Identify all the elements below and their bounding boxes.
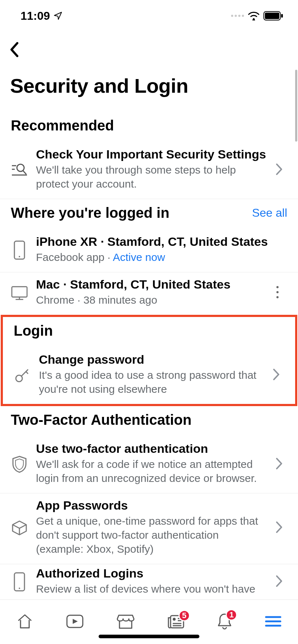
tab-news[interactable]: 5 (167, 613, 185, 629)
navigation-header (0, 32, 298, 68)
row-title: Mac · Stamford, CT, United States (36, 277, 268, 291)
separator: · (104, 251, 113, 263)
row-subtitle: Review a list of devices where you won't… (36, 582, 268, 593)
check-security-settings-row[interactable]: Check Your Important Security Settings W… (0, 142, 298, 199)
tab-home[interactable] (16, 613, 33, 630)
status-bar: 11:09 (0, 0, 298, 32)
tab-watch[interactable] (66, 614, 84, 629)
page-title: Security and Login (0, 68, 298, 112)
svg-point-21 (19, 588, 20, 589)
phone-icon (11, 239, 28, 260)
tab-marketplace[interactable] (117, 613, 135, 630)
svg-point-10 (19, 256, 20, 257)
chevron-right-icon (276, 163, 287, 175)
row-title: Change password (39, 353, 265, 367)
shield-icon (11, 454, 28, 473)
row-subtitle: Get a unique, one-time password for apps… (36, 514, 268, 556)
key-icon (14, 365, 31, 384)
row-subtitle: We'll take you through some steps to hel… (36, 163, 268, 191)
home-indicator[interactable] (99, 635, 199, 638)
notifications-badge: 1 (226, 609, 237, 621)
chevron-right-icon (276, 521, 287, 533)
section-header-label: Login (14, 323, 53, 339)
section-header-label: Recommended (11, 118, 114, 134)
section-header-login: Login (3, 317, 295, 348)
time-label: 11:09 (21, 9, 50, 23)
row-title: App Passwords (36, 498, 268, 512)
use-two-factor-row[interactable]: Use two-factor authentication We'll ask … (0, 437, 298, 493)
login-session-mac[interactable]: Mac · Stamford, CT, United States Chrome… (0, 272, 298, 315)
section-header-where-logged-in: Where you're logged in See all (0, 199, 298, 230)
see-all-link[interactable]: See all (252, 206, 287, 220)
svg-point-15 (276, 291, 279, 293)
app-passwords-row[interactable]: App Passwords Get a unique, one-time pas… (0, 493, 298, 564)
tab-menu[interactable] (265, 615, 282, 628)
svg-rect-11 (12, 287, 27, 297)
highlight-annotation: Login Change password It's a good idea t… (1, 315, 297, 406)
row-subtitle: Facebook app · Active now (36, 250, 287, 264)
svg-line-7 (23, 171, 26, 174)
section-header-two-factor: Two-Factor Authentication (0, 406, 298, 437)
svg-point-0 (253, 18, 255, 20)
svg-point-24 (173, 618, 176, 621)
chevron-right-icon (276, 457, 287, 470)
change-password-row[interactable]: Change password It's a good idea to use … (3, 348, 295, 404)
checklist-search-icon (11, 161, 28, 177)
row-subtitle: Chrome · 38 minutes ago (36, 293, 268, 307)
row-subtitle: It's a good idea to use a strong passwor… (39, 368, 265, 396)
back-button[interactable] (9, 42, 20, 57)
battery-icon (263, 11, 284, 20)
row-subtitle: We'll ask for a code if we notice an att… (36, 457, 268, 485)
svg-rect-2 (265, 13, 279, 19)
section-header-label: Where you're logged in (11, 205, 170, 221)
news-badge: 5 (179, 610, 190, 621)
svg-rect-3 (281, 14, 283, 18)
chevron-right-icon (276, 575, 287, 587)
cellular-signal-icon (231, 15, 244, 17)
svg-line-19 (26, 372, 28, 374)
desktop-icon (11, 284, 28, 300)
phone-icon (11, 571, 28, 592)
svg-point-6 (17, 164, 24, 171)
row-title: Authorized Logins (36, 566, 268, 580)
content-scroll[interactable]: Security and Login Recommended Check You… (0, 68, 298, 599)
login-session-iphone[interactable]: iPhone XR · Stamford, CT, United States … (0, 230, 298, 272)
svg-point-14 (276, 286, 279, 288)
cube-icon (11, 518, 28, 536)
row-title: iPhone XR · Stamford, CT, United States (36, 235, 287, 249)
section-header-recommended: Recommended (0, 112, 298, 142)
chevron-right-icon (273, 368, 284, 381)
authorized-logins-row[interactable]: Authorized Logins Review a list of devic… (0, 564, 298, 593)
wifi-icon (248, 11, 260, 20)
tab-notifications[interactable]: 1 (217, 613, 232, 630)
section-header-label: Two-Factor Authentication (11, 412, 191, 428)
session-app: Facebook app (36, 251, 104, 263)
svg-point-16 (276, 296, 279, 298)
row-title: Use two-factor authentication (36, 442, 268, 456)
session-status: Active now (113, 251, 165, 263)
location-arrow-icon (54, 12, 62, 20)
row-title: Check Your Important Security Settings (36, 147, 268, 161)
more-options-button[interactable] (276, 285, 287, 299)
